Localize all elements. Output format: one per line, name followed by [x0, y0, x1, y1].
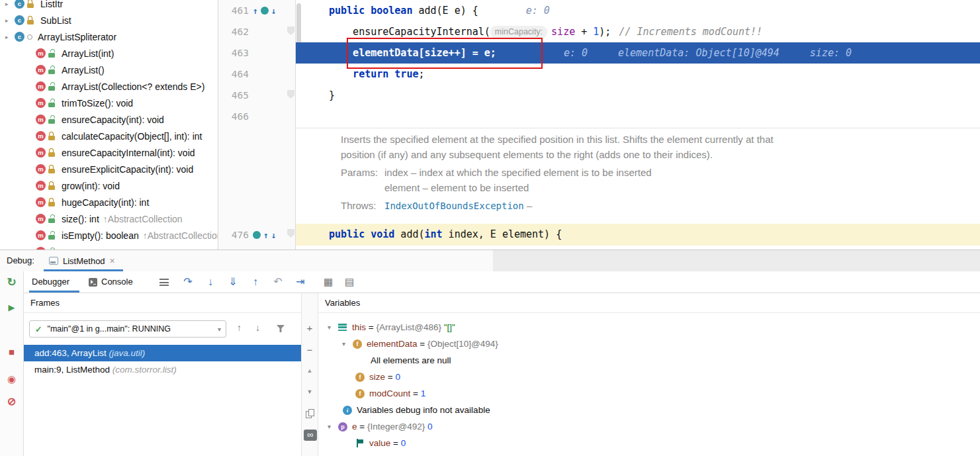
thread-selector[interactable]: ✓ "main"@1 in g...main": RUNNING ▾	[29, 320, 226, 338]
structure-item-method[interactable]: m calculateCapacity(Object[], int): int	[0, 128, 218, 144]
structure-item-listitr[interactable]: ▸ c ListItr	[0, 0, 218, 12]
chevron-down-icon[interactable]: ▾	[328, 324, 338, 331]
method-icon: m	[36, 197, 46, 207]
line-number[interactable]: 464	[218, 64, 249, 85]
variable-row-e[interactable]: ▾ p e = {Integer@492} 0	[318, 418, 980, 435]
layout-settings-icon[interactable]	[159, 279, 169, 288]
recursive-call-icon[interactable]	[253, 231, 261, 239]
rerun-icon[interactable]: ↻	[0, 275, 23, 289]
frame-text: main:9, ListMethod	[34, 365, 112, 375]
implement-down-icon[interactable]: ↓	[271, 6, 277, 16]
structure-item-method[interactable]: m trimToSize(): void	[0, 95, 218, 111]
structure-item-method[interactable]: m grow(int): void	[0, 177, 218, 194]
code-text: ensureCapacityInternal(	[329, 26, 490, 38]
variable-row-elementdata[interactable]: ▾ f elementData = {Object[10]@494}	[318, 336, 980, 352]
override-up-icon[interactable]: ↑	[253, 6, 258, 16]
structure-item-method[interactable]: m ArrayList()	[0, 62, 218, 78]
override-up-icon[interactable]: ↑	[263, 230, 269, 240]
number-literal: 1	[593, 26, 599, 38]
step-into-icon[interactable]: ↓	[202, 271, 218, 293]
implement-down-icon[interactable]: ↓	[271, 230, 277, 240]
view-breakpoints-icon[interactable]: ◉	[0, 373, 23, 385]
chevron-right-icon[interactable]: ▸	[5, 34, 15, 40]
structure-item-arraylistspliterator[interactable]: ▸ c ArrayListSpliterator	[0, 28, 218, 45]
structure-item-method[interactable]: m hugeCapacity(int): int	[0, 194, 218, 210]
code-text: ;	[418, 68, 424, 80]
line-number[interactable]: 463	[218, 42, 249, 64]
variable-row-this[interactable]: ▾ this = {ArrayList@486} "[]"	[318, 319, 980, 336]
step-over-icon[interactable]: ↷	[180, 271, 196, 293]
javadoc-param: element – element to be inserted	[384, 182, 529, 193]
variable-info-row: i Variables debug info not available	[318, 402, 980, 418]
selected-tab-underline	[29, 291, 79, 293]
variable-row-modcount[interactable]: f modCount = 1	[318, 385, 980, 402]
javadoc-throws-label: Throws:	[341, 200, 376, 211]
previous-frame-icon[interactable]: ↑	[237, 322, 242, 333]
gutter-method-markers[interactable]: ↑ ↓	[253, 224, 277, 246]
exception-link[interactable]: IndexOutOfBoundsException	[384, 201, 524, 211]
run-to-cursor-icon[interactable]: ⇥	[292, 271, 308, 293]
code-line-465[interactable]: }	[296, 85, 980, 106]
line-number[interactable]: 465	[218, 85, 249, 106]
duplicate-icon[interactable]	[306, 411, 312, 418]
line-number[interactable]: 462	[218, 21, 249, 42]
chevron-down-icon[interactable]: ▾	[218, 326, 221, 333]
structure-item-method[interactable]: m size(): int ↑AbstractCollection	[0, 210, 218, 227]
stop-icon[interactable]: ■	[0, 346, 23, 357]
public-icon	[48, 81, 56, 91]
close-icon[interactable]: ×	[110, 255, 115, 266]
chevron-right-icon[interactable]: ▸	[5, 17, 15, 24]
tab-console[interactable]: Console	[101, 271, 133, 293]
mute-breakpoints-icon[interactable]: ⊘	[0, 395, 23, 408]
code-text: }	[329, 89, 335, 101]
code-text: add(	[394, 228, 424, 240]
fold-marker-icon[interactable]	[287, 229, 294, 238]
chevron-down-icon[interactable]: ▾	[342, 340, 353, 347]
code-line-461[interactable]: public boolean add(E e) {e: 0	[296, 0, 980, 21]
structure-item-method[interactable]: m ensureCapacityInternal(int): void	[0, 144, 218, 161]
stack-frame-row[interactable]: add:463, ArrayList (java.util)	[24, 345, 301, 361]
inline-debug-hint: e: 0	[564, 47, 588, 59]
infinity-badge-icon[interactable]: ∞	[304, 430, 317, 441]
evaluate-grid-icon[interactable]: ▦	[320, 271, 336, 293]
gutter-method-markers[interactable]: ↑ ↓	[253, 0, 277, 21]
fold-marker-icon[interactable]	[287, 90, 294, 99]
variables-panel-title: Variables	[318, 293, 980, 313]
structure-item-method[interactable]: m ensureExplicitCapacity(int): void	[0, 161, 218, 177]
structure-item-sublist[interactable]: ▸ c SubList	[0, 12, 218, 28]
move-down-icon[interactable]: ▼	[302, 388, 318, 395]
method-icon: m	[36, 65, 46, 75]
remove-watch-icon[interactable]: −	[302, 344, 318, 355]
class-icon: c	[15, 15, 24, 25]
recursive-call-icon[interactable]	[261, 7, 269, 15]
variable-row-value[interactable]: value = 0	[318, 435, 980, 451]
line-number[interactable]: 461	[218, 0, 249, 21]
stack-frame-row[interactable]: main:9, ListMethod (com.storror.list)	[24, 361, 301, 378]
filter-funnel-icon[interactable]	[277, 325, 285, 332]
line-number[interactable]: 466	[218, 106, 249, 127]
fold-marker-icon[interactable]	[287, 26, 294, 35]
structure-item-method[interactable]: m	[0, 244, 218, 250]
variable-row-size[interactable]: f size = 0	[318, 369, 980, 385]
structure-item-method[interactable]: m ArrayList(Collection<? extends E>)	[0, 78, 218, 95]
tab-listmethod-session[interactable]: ListMethod ×	[44, 250, 123, 271]
drop-frame-icon[interactable]: ↶	[270, 271, 286, 293]
code-comment: // Increments modCount!!	[619, 26, 762, 38]
add-watch-icon[interactable]: +	[302, 322, 318, 334]
code-line-476[interactable]: public void add(int index, E element) {	[296, 224, 980, 246]
line-number[interactable]: 476	[218, 224, 249, 246]
public-icon	[48, 214, 56, 224]
inline-debug-hint: elementData: Object[10]@494	[618, 47, 780, 59]
layout-grid-icon[interactable]: ▤	[341, 271, 357, 293]
code-line-466[interactable]	[296, 106, 980, 127]
next-frame-icon[interactable]: ↓	[255, 322, 260, 333]
structure-item-method[interactable]: m isEmpty(): boolean ↑AbstractCollection	[0, 227, 218, 244]
step-out-icon[interactable]: ↑	[247, 271, 263, 293]
resume-icon[interactable]: ▶	[0, 302, 23, 312]
structure-item-method[interactable]: m ensureCapacity(int): void	[0, 111, 218, 128]
structure-item-method[interactable]: m ArrayList(int)	[0, 45, 218, 62]
force-step-into-icon[interactable]: ⇓	[225, 271, 241, 293]
move-up-icon[interactable]: ▲	[302, 367, 318, 374]
chevron-right-icon[interactable]: ▸	[5, 1, 15, 7]
chevron-down-icon[interactable]: ▾	[328, 423, 338, 430]
